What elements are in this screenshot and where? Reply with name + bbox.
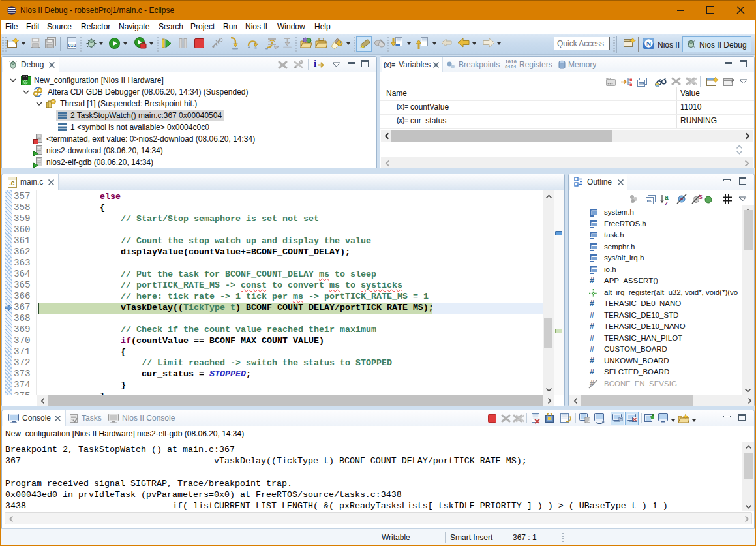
svg-text:010: 010 <box>68 42 76 48</box>
svg-text:z: z <box>665 200 668 205</box>
svg-text:N: N <box>646 40 652 48</box>
svg-text:.c: .c <box>9 179 15 187</box>
svg-text:S: S <box>699 194 703 200</box>
